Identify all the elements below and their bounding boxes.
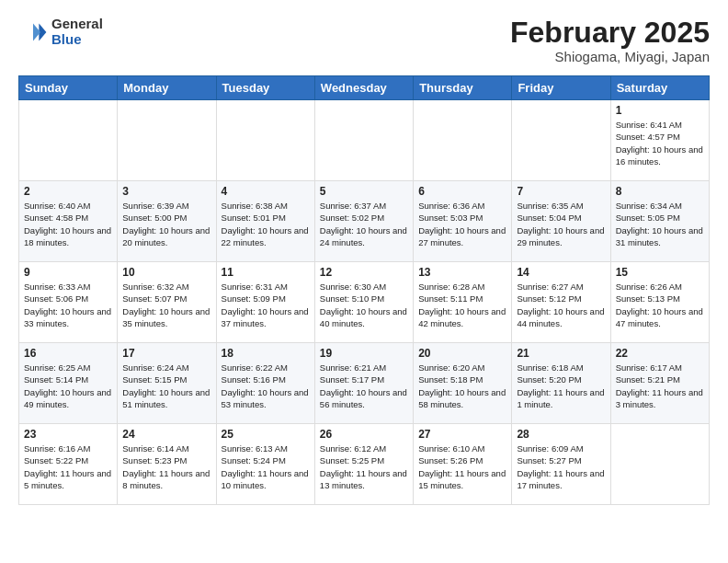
day-info: Sunrise: 6:09 AM Sunset: 5:27 PM Dayligh…: [517, 442, 605, 491]
day-info: Sunrise: 6:35 AM Sunset: 5:04 PM Dayligh…: [517, 200, 605, 248]
weekday-sunday: Sunday: [19, 76, 118, 100]
day-number: 7: [517, 185, 605, 198]
day-info: Sunrise: 6:34 AM Sunset: 5:05 PM Dayligh…: [616, 200, 704, 248]
header: General Blue February 2025 Shiogama, Miy…: [18, 17, 710, 64]
day-info: Sunrise: 6:39 AM Sunset: 5:00 PM Dayligh…: [122, 200, 210, 248]
day-number: 22: [616, 347, 704, 360]
day-number: 13: [418, 266, 506, 279]
day-info: Sunrise: 6:40 AM Sunset: 4:58 PM Dayligh…: [24, 200, 112, 248]
calendar-cell: [512, 100, 610, 181]
calendar-cell: 18Sunrise: 6:22 AM Sunset: 5:16 PM Dayli…: [216, 343, 314, 424]
calendar-cell: 22Sunrise: 6:17 AM Sunset: 5:21 PM Dayli…: [610, 343, 709, 424]
calendar-cell: 4Sunrise: 6:38 AM Sunset: 5:01 PM Daylig…: [216, 181, 314, 262]
day-number: 8: [616, 185, 704, 198]
calendar-cell: 19Sunrise: 6:21 AM Sunset: 5:17 PM Dayli…: [314, 343, 413, 424]
day-info: Sunrise: 6:22 AM Sunset: 5:16 PM Dayligh…: [222, 362, 310, 410]
calendar-cell: [610, 424, 709, 505]
day-info: Sunrise: 6:20 AM Sunset: 5:18 PM Dayligh…: [418, 362, 506, 410]
calendar: SundayMondayTuesdayWednesdayThursdayFrid…: [18, 75, 710, 505]
day-info: Sunrise: 6:41 AM Sunset: 4:57 PM Dayligh…: [616, 119, 704, 167]
weekday-wednesday: Wednesday: [314, 76, 413, 100]
day-number: 27: [418, 428, 506, 441]
calendar-cell: 24Sunrise: 6:14 AM Sunset: 5:23 PM Dayli…: [118, 424, 216, 505]
day-number: 16: [24, 347, 112, 360]
calendar-cell: 16Sunrise: 6:25 AM Sunset: 5:14 PM Dayli…: [19, 343, 118, 424]
logo-blue: Blue: [51, 32, 103, 48]
weekday-saturday: Saturday: [610, 76, 709, 100]
day-info: Sunrise: 6:30 AM Sunset: 5:10 PM Dayligh…: [320, 281, 408, 329]
calendar-cell: 27Sunrise: 6:10 AM Sunset: 5:26 PM Dayli…: [414, 424, 512, 505]
day-info: Sunrise: 6:32 AM Sunset: 5:07 PM Dayligh…: [122, 281, 210, 329]
page: General Blue February 2025 Shiogama, Miy…: [0, 0, 728, 514]
day-number: 2: [24, 185, 112, 198]
calendar-cell: [118, 100, 216, 181]
month-title: February 2025: [510, 17, 710, 49]
day-number: 26: [320, 428, 408, 441]
calendar-cell: 17Sunrise: 6:24 AM Sunset: 5:15 PM Dayli…: [118, 343, 216, 424]
day-info: Sunrise: 6:27 AM Sunset: 5:12 PM Dayligh…: [517, 281, 605, 329]
calendar-cell: 7Sunrise: 6:35 AM Sunset: 5:04 PM Daylig…: [512, 181, 610, 262]
calendar-cell: 10Sunrise: 6:32 AM Sunset: 5:07 PM Dayli…: [118, 262, 216, 343]
day-info: Sunrise: 6:12 AM Sunset: 5:25 PM Dayligh…: [320, 442, 408, 491]
day-number: 4: [222, 185, 310, 198]
weekday-tuesday: Tuesday: [216, 76, 314, 100]
day-info: Sunrise: 6:21 AM Sunset: 5:17 PM Dayligh…: [320, 362, 408, 410]
calendar-cell: 11Sunrise: 6:31 AM Sunset: 5:09 PM Dayli…: [216, 262, 314, 343]
calendar-cell: 14Sunrise: 6:27 AM Sunset: 5:12 PM Dayli…: [512, 262, 610, 343]
day-number: 11: [222, 266, 310, 279]
calendar-cell: 9Sunrise: 6:33 AM Sunset: 5:06 PM Daylig…: [19, 262, 118, 343]
calendar-cell: 21Sunrise: 6:18 AM Sunset: 5:20 PM Dayli…: [512, 343, 610, 424]
day-number: 9: [24, 266, 112, 279]
day-info: Sunrise: 6:18 AM Sunset: 5:20 PM Dayligh…: [517, 362, 605, 410]
calendar-week-1: 2Sunrise: 6:40 AM Sunset: 4:58 PM Daylig…: [19, 181, 710, 262]
weekday-friday: Friday: [512, 76, 610, 100]
day-number: 5: [320, 185, 408, 198]
calendar-cell: [414, 100, 512, 181]
calendar-cell: 23Sunrise: 6:16 AM Sunset: 5:22 PM Dayli…: [19, 424, 118, 505]
day-info: Sunrise: 6:10 AM Sunset: 5:26 PM Dayligh…: [418, 442, 506, 491]
logo-icon: [18, 17, 48, 47]
calendar-cell: 15Sunrise: 6:26 AM Sunset: 5:13 PM Dayli…: [610, 262, 709, 343]
calendar-cell: 6Sunrise: 6:36 AM Sunset: 5:03 PM Daylig…: [414, 181, 512, 262]
day-number: 6: [418, 185, 506, 198]
day-info: Sunrise: 6:38 AM Sunset: 5:01 PM Dayligh…: [222, 200, 310, 248]
calendar-cell: 3Sunrise: 6:39 AM Sunset: 5:00 PM Daylig…: [118, 181, 216, 262]
day-number: 20: [418, 347, 506, 360]
title-block: February 2025 Shiogama, Miyagi, Japan: [510, 17, 710, 64]
day-number: 14: [517, 266, 605, 279]
calendar-cell: 28Sunrise: 6:09 AM Sunset: 5:27 PM Dayli…: [512, 424, 610, 505]
calendar-cell: 12Sunrise: 6:30 AM Sunset: 5:10 PM Dayli…: [314, 262, 413, 343]
calendar-week-0: 1Sunrise: 6:41 AM Sunset: 4:57 PM Daylig…: [19, 100, 710, 181]
day-number: 18: [222, 347, 310, 360]
calendar-cell: 25Sunrise: 6:13 AM Sunset: 5:24 PM Dayli…: [216, 424, 314, 505]
day-number: 3: [122, 185, 210, 198]
day-info: Sunrise: 6:13 AM Sunset: 5:24 PM Dayligh…: [222, 442, 310, 491]
day-info: Sunrise: 6:25 AM Sunset: 5:14 PM Dayligh…: [24, 362, 112, 410]
calendar-cell: [19, 100, 118, 181]
day-number: 24: [122, 428, 210, 441]
day-info: Sunrise: 6:37 AM Sunset: 5:02 PM Dayligh…: [320, 200, 408, 248]
calendar-cell: 26Sunrise: 6:12 AM Sunset: 5:25 PM Dayli…: [314, 424, 413, 505]
logo-text: General Blue: [51, 17, 103, 47]
location: Shiogama, Miyagi, Japan: [510, 49, 710, 64]
calendar-cell: 20Sunrise: 6:20 AM Sunset: 5:18 PM Dayli…: [414, 343, 512, 424]
day-number: 23: [24, 428, 112, 441]
logo-general: General: [51, 17, 103, 32]
day-info: Sunrise: 6:26 AM Sunset: 5:13 PM Dayligh…: [616, 281, 704, 329]
weekday-header-row: SundayMondayTuesdayWednesdayThursdayFrid…: [19, 76, 710, 100]
calendar-cell: [314, 100, 413, 181]
day-number: 25: [222, 428, 310, 441]
weekday-thursday: Thursday: [414, 76, 512, 100]
calendar-cell: 13Sunrise: 6:28 AM Sunset: 5:11 PM Dayli…: [414, 262, 512, 343]
day-number: 19: [320, 347, 408, 360]
weekday-monday: Monday: [118, 76, 216, 100]
calendar-week-4: 23Sunrise: 6:16 AM Sunset: 5:22 PM Dayli…: [19, 424, 710, 505]
calendar-cell: [216, 100, 314, 181]
day-info: Sunrise: 6:16 AM Sunset: 5:22 PM Dayligh…: [24, 442, 112, 491]
day-info: Sunrise: 6:24 AM Sunset: 5:15 PM Dayligh…: [122, 362, 210, 410]
calendar-cell: 8Sunrise: 6:34 AM Sunset: 5:05 PM Daylig…: [610, 181, 709, 262]
calendar-cell: 5Sunrise: 6:37 AM Sunset: 5:02 PM Daylig…: [314, 181, 413, 262]
day-info: Sunrise: 6:14 AM Sunset: 5:23 PM Dayligh…: [122, 442, 210, 491]
calendar-cell: 2Sunrise: 6:40 AM Sunset: 4:58 PM Daylig…: [19, 181, 118, 262]
day-info: Sunrise: 6:31 AM Sunset: 5:09 PM Dayligh…: [222, 281, 310, 329]
